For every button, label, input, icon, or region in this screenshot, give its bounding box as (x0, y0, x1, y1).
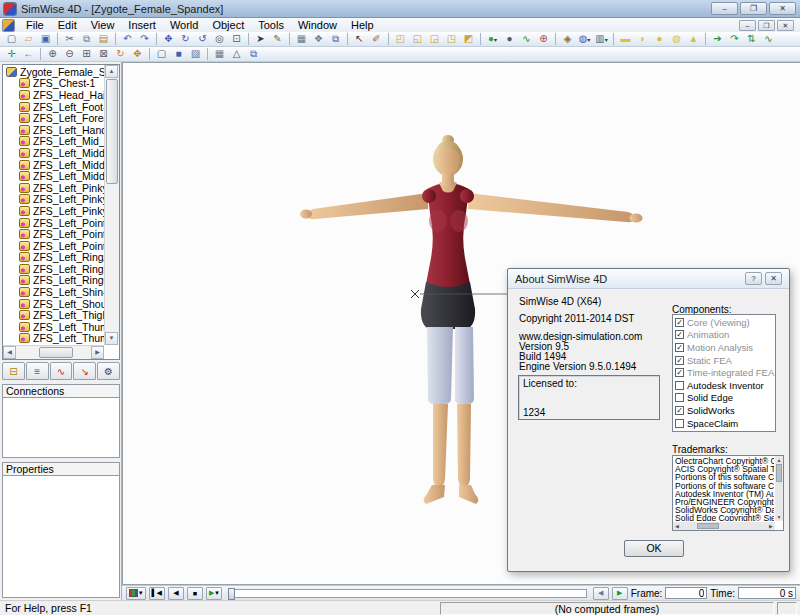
zoom-window-button[interactable]: ◎ (211, 32, 228, 46)
body-menu-button[interactable]: ◍▾ (576, 32, 593, 46)
tree-vertical-scrollbar[interactable]: ▲ ▼ (104, 65, 119, 345)
components-list[interactable]: ✓Core (Viewing)✓Animation✓Motion Analysi… (672, 314, 776, 432)
paste-button[interactable]: ▤ (95, 32, 112, 46)
timeline-thumb[interactable] (228, 588, 235, 600)
grid-button[interactable]: ▦ (211, 47, 228, 61)
new-file-button[interactable]: ▢ (3, 32, 20, 46)
tree-item[interactable]: ZFS_Left_ThumbB-1 (4, 333, 104, 345)
select-arrow-button[interactable]: ↖ (351, 32, 368, 46)
menu-item[interactable]: File (19, 18, 51, 32)
vertical-scroll-thumb[interactable] (106, 79, 118, 184)
step-back-button[interactable]: ◀ (168, 587, 184, 600)
spring-button[interactable]: ∿ (760, 32, 777, 46)
dialog-help-button[interactable]: ? (745, 272, 762, 285)
redo-button[interactable]: ↷ (136, 32, 153, 46)
horizontal-scroll-thumb[interactable] (39, 347, 73, 358)
trademarks-vertical-scrollbar[interactable]: ▲ ▼ (775, 456, 783, 521)
motion-tool-button[interactable]: ◈ (559, 32, 576, 46)
tree-item[interactable]: ZFS_Left_PinkyB-1 (4, 194, 104, 206)
undo-button[interactable]: ↶ (119, 32, 136, 46)
zoom-extents-button[interactable]: ⊡ (228, 32, 245, 46)
checkbox[interactable] (675, 393, 684, 402)
tree-item[interactable]: ZFS_Left_RingB-1 (4, 263, 104, 275)
body-save-button[interactable]: ◩ (460, 32, 477, 46)
copy-button[interactable]: ⧉ (78, 32, 95, 46)
tree-item[interactable]: ZFS_Left_PinkyC-1 (4, 205, 104, 217)
zoom-in-button[interactable]: ⊕ (44, 47, 61, 61)
cut-button[interactable]: ✂ (61, 32, 78, 46)
properties-list[interactable] (2, 476, 120, 598)
play-button[interactable]: ▶▾ (206, 587, 222, 600)
mdi-minimize-button[interactable]: – (739, 20, 756, 31)
scroll-left-icon[interactable]: ◀ (3, 346, 16, 359)
jog-back-button[interactable]: ◀ (593, 587, 609, 600)
maximize-button[interactable]: ❐ (740, 2, 767, 15)
scroll-right-icon[interactable]: ▶ (767, 522, 775, 530)
solid-box-button[interactable]: ▬ (617, 32, 634, 46)
body-export-button[interactable]: ◱ (409, 32, 426, 46)
close-button[interactable]: ✕ (769, 2, 796, 15)
tree-item[interactable]: ZFS_Left_MiddleB-1 (4, 159, 104, 171)
tree-item[interactable]: ZFS_Left_MiddleC-1 (4, 170, 104, 182)
scroll-up-icon[interactable]: ▲ (775, 456, 783, 464)
scroll-down-icon[interactable]: ▼ (775, 513, 783, 521)
trademarks-horizontal-scrollbar[interactable]: ◀ ▶ (673, 522, 775, 530)
checkbox[interactable]: ✓ (675, 368, 684, 377)
torque-button[interactable]: ↷ (726, 32, 743, 46)
tab-meters[interactable]: ∿ (50, 362, 73, 380)
connections-list[interactable] (2, 398, 120, 458)
rewind-button[interactable]: ▌◀ (149, 587, 165, 600)
solid-sphere-button[interactable]: ● (651, 32, 668, 46)
tree-item[interactable]: ZFS_Left_PointerC-1 (4, 240, 104, 252)
horizontal-scroll-thumb[interactable] (697, 523, 719, 529)
solid-cone-button[interactable]: ▲ (685, 32, 702, 46)
fea-display-button[interactable]: ❖ (310, 32, 327, 46)
layers-view-button[interactable]: ⧉ (245, 47, 262, 61)
constraint-revolute-button[interactable]: ⊕ (535, 32, 552, 46)
tree-item[interactable]: ZFS_Left_PointerB-1 (4, 228, 104, 240)
render-mode-button[interactable]: ▾ (126, 587, 146, 600)
menu-item[interactable]: Help (344, 18, 381, 32)
checkbox[interactable]: ✓ (675, 330, 684, 339)
solid-wedge-button[interactable]: ◗ (634, 32, 651, 46)
tree-item[interactable]: ZFS_Left_Shin-1 (4, 286, 104, 298)
model-tree[interactable]: Zygote_Female_Spandex ZFS_Chest-1ZFS_Hea… (2, 64, 120, 360)
constraint-spring-button[interactable]: ∿ (518, 32, 535, 46)
mdi-restore-button[interactable]: ❐ (758, 20, 775, 31)
orbit-tool-button[interactable]: ↺ (194, 32, 211, 46)
tab-motors[interactable]: ⚙ (97, 362, 120, 380)
tab-objects[interactable]: ⊟ (2, 362, 25, 380)
timeline-slider[interactable] (228, 589, 587, 598)
dialog-close-button[interactable]: ✕ (765, 272, 782, 285)
dialog-titlebar[interactable]: About SimWise 4D ? ✕ (508, 269, 789, 289)
checkbox[interactable]: ✓ (675, 318, 684, 327)
constraint-sphere-button[interactable]: ● (501, 32, 518, 46)
zoom-box-button[interactable]: ⊞ (78, 47, 95, 61)
animation-menu-button[interactable]: ▥▾ (593, 32, 610, 46)
zoom-selected-button[interactable]: ⊠ (95, 47, 112, 61)
scroll-up-icon[interactable]: ▲ (105, 65, 118, 78)
mesh-button[interactable]: ▦ (293, 32, 310, 46)
ok-button[interactable]: OK (624, 540, 684, 557)
scroll-right-icon[interactable]: ▶ (91, 346, 104, 359)
tree-item[interactable]: ZFS_Left_MiddleA-1 (4, 147, 104, 159)
tree-item[interactable]: ZFS_Left_Hand-1 (4, 124, 104, 136)
checkbox[interactable]: ✓ (675, 356, 684, 365)
rotate-view-button[interactable]: ↻ (112, 47, 129, 61)
time-input[interactable] (738, 587, 796, 599)
zoom-out-button[interactable]: ⊖ (61, 47, 78, 61)
checkbox[interactable]: ✓ (675, 343, 684, 352)
wireframe-button[interactable]: ▢ (153, 47, 170, 61)
tree-item[interactable]: ZFS_Left_Foot-1 (4, 101, 104, 113)
menu-item[interactable]: Tools (251, 18, 291, 32)
tree-item[interactable]: ZFS_Left_Thigh-1 (4, 309, 104, 321)
tree-item[interactable]: ZFS_Left_RingC-1 (4, 275, 104, 287)
tree-item[interactable]: ZFS_Chest-1 (4, 78, 104, 90)
edit-box-button[interactable]: ✎ (269, 32, 286, 46)
menu-item[interactable]: World (163, 18, 206, 32)
trademarks-list[interactable]: OlectraChart Copyright® CompACIS Copyrig… (672, 455, 784, 531)
checkbox[interactable]: ✓ (675, 406, 684, 415)
jog-forward-button[interactable]: ▶ (612, 587, 628, 600)
view-back-button[interactable]: ← (20, 47, 37, 61)
menu-item[interactable]: Edit (51, 18, 84, 32)
